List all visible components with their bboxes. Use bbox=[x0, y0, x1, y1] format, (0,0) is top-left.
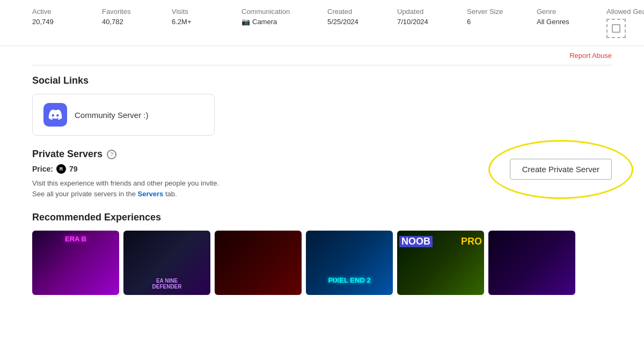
stat-server-size-value: 6 bbox=[467, 18, 471, 26]
recommended-section: Recommended Experiences ERA B EA NINEDEF… bbox=[32, 212, 612, 295]
gear-inner-icon bbox=[612, 24, 620, 33]
stat-communication-label: Communication bbox=[241, 8, 290, 16]
divider bbox=[32, 65, 612, 65]
discord-social-card[interactable]: Community Server :) bbox=[32, 94, 215, 136]
report-abuse-link[interactable]: Report Abuse bbox=[569, 51, 612, 60]
noob-label: NOOB bbox=[399, 236, 433, 247]
help-icon[interactable]: ? bbox=[107, 150, 116, 159]
private-servers-header: Private Servers ? bbox=[32, 149, 612, 160]
stat-communication-value: 📷 Camera bbox=[241, 18, 277, 26]
servers-tab-link[interactable]: Servers bbox=[138, 190, 164, 198]
page-container: Active 20,749 Favorites 40,782 Visits 6.… bbox=[0, 0, 644, 362]
stat-active-value: 20,749 bbox=[32, 18, 54, 26]
private-servers-info: Price: R 79 Visit this experience with f… bbox=[32, 164, 488, 199]
stat-favorites: Favorites 40,782 bbox=[102, 8, 156, 26]
game-thumbnail-3[interactable] bbox=[215, 231, 302, 295]
discord-server-label: Community Server :) bbox=[75, 110, 149, 120]
stat-created-value: 5/25/2024 bbox=[327, 18, 358, 26]
private-servers-description: Visit this experience with friends and o… bbox=[32, 178, 488, 199]
recommended-title: Recommended Experiences bbox=[32, 212, 612, 223]
social-links-title: Social Links bbox=[32, 75, 612, 86]
stat-genre: Genre All Genres bbox=[537, 8, 590, 26]
stat-visits-value: 6.2M+ bbox=[172, 18, 192, 26]
stat-communication: Communication 📷 Camera bbox=[241, 8, 311, 26]
stat-allowed-gear-label: Allowed Gear bbox=[606, 8, 644, 16]
stat-favorites-label: Favorites bbox=[102, 8, 130, 16]
social-links-section: Social Links Community Server :) bbox=[32, 75, 612, 136]
stat-created-label: Created bbox=[327, 8, 352, 16]
stat-updated-value: 7/10/2024 bbox=[397, 18, 428, 26]
main-content: Social Links Community Server :) Private… bbox=[0, 75, 644, 295]
discord-logo-svg bbox=[48, 109, 62, 120]
stat-active: Active 20,749 bbox=[32, 8, 86, 26]
camera-icon: 📷 bbox=[241, 18, 250, 26]
game-thumbnails: ERA B EA NINEDEFENDER PIXEL END 2 NOOB P… bbox=[32, 231, 612, 295]
stat-updated: Updated 7/10/2024 bbox=[397, 8, 451, 26]
stat-visits: Visits 6.2M+ bbox=[172, 8, 225, 26]
game-label-5: NOOB PRO bbox=[399, 236, 482, 247]
stat-server-size: Server Size 6 bbox=[467, 8, 521, 26]
game-thumbnail-4[interactable]: PIXEL END 2 bbox=[306, 231, 393, 295]
stat-visits-label: Visits bbox=[172, 8, 188, 16]
game-label-1: ERA B bbox=[32, 235, 119, 243]
gear-icon bbox=[606, 19, 626, 38]
stat-active-label: Active bbox=[32, 8, 51, 16]
game-thumbnail-2[interactable]: EA NINEDEFENDER bbox=[123, 231, 210, 295]
game-thumbnail-6[interactable] bbox=[488, 231, 575, 295]
create-server-area: Create Private Server bbox=[510, 159, 612, 180]
price-line: Price: R 79 bbox=[32, 164, 488, 174]
create-private-server-button[interactable]: Create Private Server bbox=[510, 159, 612, 180]
game-thumbnail-5[interactable]: NOOB PRO bbox=[397, 231, 484, 295]
stat-server-size-label: Server Size bbox=[467, 8, 503, 16]
pro-label: PRO bbox=[461, 236, 482, 247]
price-value: 79 bbox=[69, 165, 78, 173]
game-thumbnail-1[interactable]: ERA B bbox=[32, 231, 119, 295]
stat-genre-value: All Genres bbox=[537, 18, 569, 26]
discord-icon bbox=[43, 103, 67, 127]
private-servers-title: Private Servers bbox=[32, 149, 103, 160]
game-label-2: EA NINEDEFENDER bbox=[123, 278, 210, 290]
stat-updated-label: Updated bbox=[397, 8, 423, 16]
private-servers-body: Price: R 79 Visit this experience with f… bbox=[32, 164, 612, 199]
private-servers-section: Private Servers ? Price: R 79 Visit this… bbox=[32, 149, 612, 199]
game-label-4: PIXEL END 2 bbox=[306, 276, 393, 284]
stats-bar: Active 20,749 Favorites 40,782 Visits 6.… bbox=[0, 0, 644, 46]
robux-icon: R bbox=[56, 164, 66, 174]
price-label: Price: bbox=[32, 165, 53, 173]
report-section: Report Abuse bbox=[0, 46, 644, 65]
stat-genre-label: Genre bbox=[537, 8, 556, 16]
stat-created: Created 5/25/2024 bbox=[327, 8, 381, 26]
stat-favorites-value: 40,782 bbox=[102, 18, 123, 26]
stat-allowed-gear: Allowed Gear bbox=[606, 8, 644, 38]
